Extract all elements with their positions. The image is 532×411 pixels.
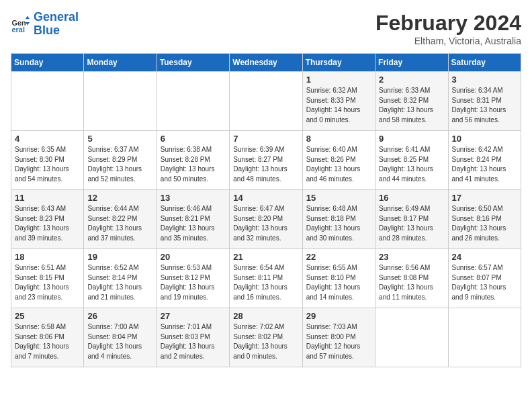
day-number: 19 (87, 252, 152, 262)
day-info: Sunrise: 6:57 AMSunset: 8:07 PMDaylight:… (452, 263, 517, 302)
sunrise-text: Sunrise: 6:43 AM (15, 205, 66, 212)
day-number: 13 (161, 193, 226, 203)
daylight-text: Daylight: 13 hours and 35 minutes. (161, 224, 215, 242)
daylight-text: Daylight: 13 hours and 14 minutes. (306, 283, 361, 301)
sunrise-text: Sunrise: 6:39 AM (233, 146, 284, 153)
calendar-week-row: 4Sunrise: 6:35 AMSunset: 8:30 PMDaylight… (11, 131, 521, 190)
sunrise-text: Sunrise: 6:48 AM (306, 205, 357, 212)
daylight-text: Daylight: 13 hours and 21 minutes. (87, 283, 142, 301)
day-info: Sunrise: 6:51 AMSunset: 8:15 PMDaylight:… (15, 263, 80, 302)
day-number: 20 (161, 252, 226, 262)
day-number: 17 (452, 193, 517, 203)
day-number: 23 (379, 252, 444, 262)
day-info: Sunrise: 6:55 AMSunset: 8:10 PMDaylight:… (306, 263, 371, 302)
day-number: 8 (306, 134, 371, 144)
sunset-text: Sunset: 8:26 PM (306, 156, 356, 163)
day-number: 28 (233, 311, 298, 321)
sunset-text: Sunset: 8:07 PM (452, 274, 502, 281)
calendar-day-cell: 11Sunrise: 6:43 AMSunset: 8:23 PMDayligh… (11, 190, 84, 249)
day-number: 9 (379, 134, 444, 144)
sunrise-text: Sunrise: 6:32 AM (306, 87, 357, 94)
sunset-text: Sunset: 8:25 PM (379, 156, 429, 163)
daylight-text: Daylight: 13 hours and 28 minutes. (379, 224, 433, 242)
sunrise-text: Sunrise: 6:42 AM (452, 146, 503, 153)
daylight-text: Daylight: 13 hours and 46 minutes. (306, 165, 361, 183)
day-info: Sunrise: 6:48 AMSunset: 8:18 PMDaylight:… (306, 204, 371, 243)
day-info: Sunrise: 7:00 AMSunset: 8:04 PMDaylight:… (87, 322, 152, 361)
logo-icon: Gen eral (11, 15, 30, 34)
sunset-text: Sunset: 8:11 PM (233, 274, 283, 281)
day-number: 25 (15, 311, 80, 321)
sunset-text: Sunset: 8:23 PM (15, 215, 64, 222)
calendar-day-cell: 26Sunrise: 7:00 AMSunset: 8:04 PMDayligh… (84, 308, 157, 367)
location: Eltham, Victoria, Australia (375, 36, 521, 46)
day-info: Sunrise: 6:32 AMSunset: 8:33 PMDaylight:… (306, 86, 371, 125)
sunrise-text: Sunrise: 6:35 AM (15, 146, 66, 153)
day-info: Sunrise: 7:01 AMSunset: 8:03 PMDaylight:… (161, 322, 226, 361)
day-info: Sunrise: 6:39 AMSunset: 8:27 PMDaylight:… (233, 145, 298, 184)
day-number: 7 (233, 134, 298, 144)
day-info: Sunrise: 6:50 AMSunset: 8:16 PMDaylight:… (452, 204, 517, 243)
day-info: Sunrise: 6:43 AMSunset: 8:23 PMDaylight:… (15, 204, 80, 243)
calendar-day-cell: 12Sunrise: 6:44 AMSunset: 8:22 PMDayligh… (84, 190, 157, 249)
day-info: Sunrise: 7:03 AMSunset: 8:00 PMDaylight:… (306, 322, 371, 361)
day-number: 16 (379, 193, 444, 203)
sunrise-text: Sunrise: 6:55 AM (306, 264, 357, 271)
calendar-day-cell: 23Sunrise: 6:56 AMSunset: 8:08 PMDayligh… (375, 249, 448, 308)
daylight-text: Daylight: 13 hours and 58 minutes. (379, 106, 433, 124)
calendar-day-cell: 19Sunrise: 6:52 AMSunset: 8:14 PMDayligh… (84, 249, 157, 308)
calendar-day-cell: 8Sunrise: 6:40 AMSunset: 8:26 PMDaylight… (302, 131, 375, 190)
sunset-text: Sunset: 8:30 PM (15, 156, 64, 163)
day-number: 10 (452, 134, 517, 144)
calendar-day-cell (157, 72, 229, 131)
calendar-day-cell (230, 72, 302, 131)
calendar-day-cell: 16Sunrise: 6:49 AMSunset: 8:17 PMDayligh… (375, 190, 448, 249)
day-number: 27 (161, 311, 226, 321)
calendar-day-cell: 7Sunrise: 6:39 AMSunset: 8:27 PMDaylight… (230, 131, 302, 190)
calendar-header-cell: Monday (84, 54, 157, 72)
calendar-day-cell (11, 72, 84, 131)
calendar-day-cell: 28Sunrise: 7:02 AMSunset: 8:02 PMDayligh… (230, 308, 302, 367)
day-number: 24 (452, 252, 517, 262)
daylight-text: Daylight: 13 hours and 0 minutes. (233, 342, 287, 360)
calendar-day-cell: 13Sunrise: 6:46 AMSunset: 8:21 PMDayligh… (157, 190, 229, 249)
calendar-day-cell: 15Sunrise: 6:48 AMSunset: 8:18 PMDayligh… (302, 190, 375, 249)
calendar-day-cell: 18Sunrise: 6:51 AMSunset: 8:15 PMDayligh… (11, 249, 84, 308)
day-number: 21 (233, 252, 298, 262)
daylight-text: Daylight: 13 hours and 56 minutes. (452, 106, 506, 124)
daylight-text: Daylight: 13 hours and 30 minutes. (306, 224, 361, 242)
calendar-day-cell: 9Sunrise: 6:41 AMSunset: 8:25 PMDaylight… (375, 131, 448, 190)
sunset-text: Sunset: 8:10 PM (306, 274, 356, 281)
daylight-text: Daylight: 13 hours and 41 minutes. (452, 165, 506, 183)
calendar-header-cell: Tuesday (157, 54, 229, 72)
sunrise-text: Sunrise: 6:33 AM (379, 87, 430, 94)
day-info: Sunrise: 6:35 AMSunset: 8:30 PMDaylight:… (15, 145, 80, 184)
sunset-text: Sunset: 8:31 PM (452, 97, 502, 104)
day-info: Sunrise: 6:53 AMSunset: 8:12 PMDaylight:… (161, 263, 226, 302)
sunset-text: Sunset: 8:06 PM (15, 333, 64, 340)
calendar-day-cell: 2Sunrise: 6:33 AMSunset: 8:32 PMDaylight… (375, 72, 448, 131)
sunset-text: Sunset: 8:04 PM (87, 333, 137, 340)
day-number: 3 (452, 75, 517, 85)
daylight-text: Daylight: 13 hours and 19 minutes. (161, 283, 215, 301)
sunset-text: Sunset: 8:03 PM (161, 333, 210, 340)
daylight-text: Daylight: 13 hours and 54 minutes. (15, 165, 69, 183)
day-info: Sunrise: 6:42 AMSunset: 8:24 PMDaylight:… (452, 145, 517, 184)
month-title: February 2024 (375, 11, 521, 36)
sunset-text: Sunset: 8:29 PM (87, 156, 137, 163)
daylight-text: Daylight: 13 hours and 4 minutes. (87, 342, 142, 360)
calendar-day-cell: 14Sunrise: 6:47 AMSunset: 8:20 PMDayligh… (230, 190, 302, 249)
sunrise-text: Sunrise: 6:38 AM (161, 146, 212, 153)
day-info: Sunrise: 6:49 AMSunset: 8:17 PMDaylight:… (379, 204, 444, 243)
day-info: Sunrise: 6:46 AMSunset: 8:21 PMDaylight:… (161, 204, 226, 243)
calendar-week-row: 25Sunrise: 6:58 AMSunset: 8:06 PMDayligh… (11, 308, 521, 367)
calendar-body: 1Sunrise: 6:32 AMSunset: 8:33 PMDaylight… (11, 72, 521, 367)
calendar-day-cell: 22Sunrise: 6:55 AMSunset: 8:10 PMDayligh… (302, 249, 375, 308)
daylight-text: Daylight: 13 hours and 48 minutes. (233, 165, 287, 183)
calendar-day-cell: 4Sunrise: 6:35 AMSunset: 8:30 PMDaylight… (11, 131, 84, 190)
calendar-header-row: SundayMondayTuesdayWednesdayThursdayFrid… (11, 54, 521, 72)
sunset-text: Sunset: 8:27 PM (233, 156, 283, 163)
calendar-header-cell: Thursday (302, 54, 375, 72)
daylight-text: Daylight: 13 hours and 7 minutes. (15, 342, 69, 360)
sunset-text: Sunset: 8:28 PM (161, 156, 210, 163)
